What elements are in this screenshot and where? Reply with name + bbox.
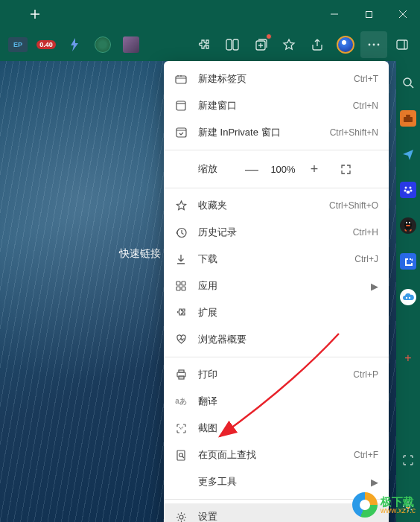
- zoom-out-button[interactable]: —: [238, 158, 265, 180]
- collections-icon[interactable]: [247, 31, 274, 58]
- menu-extensions[interactable]: 扩展: [164, 299, 389, 326]
- extension-badge-icon[interactable]: 0.40: [33, 31, 60, 58]
- submenu-arrow-icon: ▶: [371, 477, 378, 488]
- minimize-button[interactable]: [317, 0, 351, 28]
- menu-label: 打印: [198, 368, 353, 381]
- menu-label: 新建 InPrivate 窗口: [198, 126, 330, 139]
- close-window-button[interactable]: [386, 0, 420, 28]
- menu-settings[interactable]: 设置: [164, 503, 389, 522]
- share-icon[interactable]: [304, 31, 331, 58]
- notification-dot: [266, 34, 272, 39]
- extension-avatar-icon[interactable]: [118, 31, 144, 58]
- svg-rect-30: [176, 287, 180, 290]
- menu-screenshot[interactable]: 截图: [164, 415, 389, 442]
- zoom-percent: 100%: [265, 164, 301, 175]
- menu-shortcut: Ctrl+Shift+N: [330, 127, 378, 138]
- menu-shortcut: Ctrl+Shift+O: [329, 200, 378, 211]
- svg-point-18: [406, 222, 407, 224]
- svg-rect-25: [176, 101, 185, 110]
- sidebar-qq-icon[interactable]: [400, 217, 416, 234]
- svg-rect-20: [406, 225, 410, 226]
- menu-new-tab[interactable]: 新建标签页 Ctrl+T: [164, 66, 389, 92]
- menu-label: 收藏夹: [198, 199, 329, 212]
- print-icon: [174, 368, 188, 381]
- sidebar-toggle-icon[interactable]: [389, 31, 416, 58]
- menu-apps[interactable]: 应用 ▶: [164, 273, 389, 299]
- right-sidebar: +: [396, 61, 420, 522]
- menu-label: 新建标签页: [198, 72, 354, 86]
- svg-rect-1: [226, 39, 232, 50]
- menu-shortcut: Ctrl+F: [354, 450, 378, 460]
- extension-flash-icon[interactable]: [61, 31, 88, 58]
- menu-separator: [164, 188, 389, 188]
- menu-more-tools[interactable]: 更多工具 ▶: [164, 468, 389, 495]
- menu-shortcut: Ctrl+J: [354, 254, 378, 264]
- svg-rect-26: [176, 128, 186, 137]
- menu-shortcut: Ctrl+P: [353, 369, 378, 380]
- menu-performance[interactable]: 浏览器概要: [164, 326, 389, 353]
- svg-rect-31: [182, 287, 185, 290]
- svg-point-21: [406, 297, 407, 299]
- download-icon: [174, 252, 188, 266]
- more-menu-button[interactable]: [360, 31, 387, 58]
- sidebar-baidu-icon[interactable]: [400, 182, 416, 198]
- svg-rect-7: [397, 40, 407, 49]
- puzzle-icon: [174, 306, 188, 319]
- submenu-arrow-icon: ▶: [371, 281, 378, 292]
- svg-rect-29: [182, 281, 185, 285]
- sidebar-send-icon[interactable]: [400, 146, 416, 162]
- menu-label: 历史记录: [198, 226, 353, 239]
- menu-favorites[interactable]: 收藏夹 Ctrl+Shift+O: [164, 192, 389, 219]
- svg-rect-10: [406, 115, 410, 117]
- sidebar-cloud-icon[interactable]: [400, 289, 416, 305]
- apps-icon: [174, 279, 188, 293]
- menu-new-window[interactable]: 新建窗口 Ctrl+N: [164, 92, 389, 119]
- menu-print[interactable]: 打印 Ctrl+P: [164, 361, 389, 388]
- svg-point-6: [378, 44, 380, 46]
- svg-rect-2: [233, 39, 238, 50]
- profile-icon[interactable]: [332, 31, 359, 58]
- svg-point-12: [410, 187, 412, 189]
- favorites-toolbar-icon[interactable]: [276, 31, 302, 58]
- menu-label: 设置: [198, 510, 378, 522]
- menu-label: 新建窗口: [198, 99, 353, 112]
- svg-point-37: [179, 515, 183, 519]
- svg-point-23: [407, 505, 410, 509]
- svg-point-11: [405, 187, 407, 189]
- extensions-icon[interactable]: [191, 31, 217, 58]
- menu-find[interactable]: 在页面上查找 Ctrl+F: [164, 442, 389, 468]
- svg-rect-9: [404, 117, 413, 122]
- zoom-in-button[interactable]: +: [301, 158, 328, 180]
- inprivate-icon: [174, 126, 188, 139]
- sidebar-search-icon[interactable]: [400, 74, 416, 91]
- extension-green-icon[interactable]: [89, 31, 116, 58]
- new-tab-button[interactable]: [22, 3, 48, 25]
- fullscreen-button[interactable]: [332, 158, 359, 180]
- sidebar-tools-icon[interactable]: [400, 110, 416, 127]
- window-titlebar: [0, 0, 420, 28]
- menu-downloads[interactable]: 下载 Ctrl+J: [164, 246, 389, 273]
- sidebar-app-icon[interactable]: [400, 253, 416, 270]
- menu-label: 更多工具: [198, 475, 371, 488]
- extension-ep-icon[interactable]: EP: [4, 31, 31, 58]
- svg-point-13: [404, 190, 407, 192]
- menu-label: 应用: [198, 279, 371, 293]
- menu-new-inprivate[interactable]: 新建 InPrivate 窗口 Ctrl+Shift+N: [164, 119, 389, 146]
- menu-separator: [164, 499, 389, 500]
- sidebar-add-icon[interactable]: +: [400, 350, 416, 366]
- new-window-icon: [174, 99, 188, 112]
- maximize-button[interactable]: [351, 0, 386, 28]
- menu-history[interactable]: 历史记录 Ctrl+H: [164, 219, 389, 246]
- sidebar-screenshot-icon[interactable]: [400, 452, 416, 468]
- split-screen-icon[interactable]: [219, 31, 246, 58]
- menu-label: 浏览器概要: [198, 333, 378, 346]
- translate-icon: aあ: [174, 395, 188, 408]
- window-controls: [317, 0, 420, 28]
- gear-icon: [174, 510, 188, 522]
- svg-rect-0: [366, 11, 372, 17]
- menu-translate[interactable]: aあ 翻译: [164, 388, 389, 415]
- svg-point-22: [409, 297, 410, 299]
- sidebar-settings-icon[interactable]: [400, 498, 416, 515]
- svg-point-4: [369, 44, 371, 46]
- svg-point-19: [409, 222, 410, 224]
